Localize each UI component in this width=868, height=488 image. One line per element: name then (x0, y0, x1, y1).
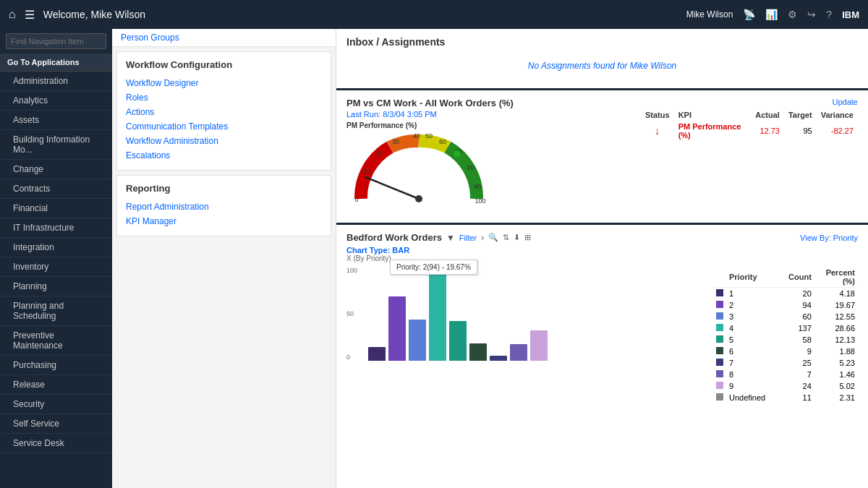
svg-point-12 (415, 195, 422, 202)
nav-link[interactable]: Roles (126, 90, 322, 105)
svg-text:100: 100 (475, 197, 485, 205)
svg-text:60: 60 (439, 138, 446, 145)
priority-percent: 19.67 (814, 299, 858, 311)
bar-item[interactable] (490, 356, 507, 361)
sidebar: Go To Applications AdministrationAnalyti… (0, 29, 112, 488)
priority-number: 1 (726, 288, 778, 300)
y-label-0: 0 (346, 354, 357, 361)
col-variance: Variance (817, 109, 858, 121)
view-by: View By: Priority (800, 234, 858, 242)
priority-color (713, 311, 726, 322)
sidebar-item[interactable]: Assets (0, 111, 112, 130)
sidebar-item[interactable]: Planning and Scheduling (0, 296, 112, 326)
nav-link[interactable]: Workflow Administration (126, 134, 322, 148)
priority-count: 9 (778, 346, 814, 357)
bar-item[interactable] (449, 321, 467, 361)
priority-count: 25 (778, 357, 814, 369)
notification-icon[interactable]: 📡 (743, 9, 755, 20)
sidebar-item[interactable]: Inventory (0, 257, 112, 277)
logout-icon[interactable]: ↪ (807, 9, 816, 20)
settings-icon[interactable]: ⚙ (788, 9, 797, 20)
nav-top-link[interactable]: Person Groups (112, 29, 336, 47)
bar-fill (368, 347, 386, 361)
inbox-user-link[interactable]: Mike Wilson (630, 61, 677, 71)
bar-item[interactable] (530, 330, 548, 361)
priority-number: 7 (726, 357, 778, 369)
update-link[interactable]: Update (641, 98, 858, 106)
svg-text:10: 10 (363, 168, 370, 175)
bar-item[interactable] (368, 347, 386, 361)
chart-area: 100 50 0 Priority: 2(94) - 19.67% (346, 267, 706, 472)
priority-row: 1204.18 (713, 288, 858, 300)
grid-icon[interactable]: ⊞ (524, 233, 531, 242)
col-target: Target (784, 109, 817, 121)
sidebar-item[interactable]: Building Information Mo... (0, 130, 112, 160)
bedford-content: 100 50 0 Priority: 2(94) - 19.67% (346, 267, 858, 472)
bar-item[interactable] (388, 296, 406, 361)
home-icon[interactable]: ⌂ (9, 8, 16, 21)
bar-item[interactable] (510, 344, 527, 361)
bar-fill (388, 296, 406, 361)
priority-row: 691.88 (713, 346, 858, 357)
chart-type-value[interactable]: BAR (392, 246, 409, 254)
bar-fill (490, 356, 507, 361)
content-area: Inbox / Assignments No Assignments found… (336, 29, 868, 488)
nav-panel: Person Groups Workflow ConfigurationWork… (112, 29, 336, 488)
topbar-user: Mike Wilson (686, 9, 733, 20)
bar-item[interactable] (469, 343, 487, 361)
sidebar-item[interactable]: Financial (0, 199, 112, 218)
sort-icon[interactable]: ⇅ (503, 233, 509, 242)
nav-link[interactable]: Communication Templates (126, 119, 322, 134)
svg-text:20: 20 (375, 150, 383, 157)
priority-color (713, 380, 726, 392)
view-by-value[interactable]: Priority (833, 234, 858, 242)
menu-icon[interactable]: ☰ (25, 8, 35, 22)
priority-row: 29419.67 (713, 299, 858, 311)
priority-count: 7 (778, 369, 814, 380)
help-icon[interactable]: ? (826, 9, 832, 20)
sidebar-item[interactable]: Release (0, 375, 112, 395)
col-actual: Actual (751, 109, 784, 121)
filter-icon: ▼ (446, 233, 455, 243)
nav-link[interactable]: Escalations (126, 148, 322, 163)
y-label-100: 100 (346, 267, 357, 274)
priority-color (713, 392, 726, 403)
sidebar-item[interactable]: Preventive Maintenance (0, 326, 112, 356)
search-icon[interactable]: 🔍 (488, 233, 498, 242)
priority-count: 20 (778, 288, 814, 300)
svg-text:0: 0 (354, 196, 358, 203)
sidebar-item[interactable]: Change (0, 160, 112, 179)
priority-color (713, 346, 726, 357)
sidebar-item[interactable]: Purchasing (0, 356, 112, 375)
sidebar-item[interactable]: Integration (0, 238, 112, 257)
sidebar-item[interactable]: IT Infrastructure (0, 218, 112, 238)
priority-percent: 1.88 (814, 346, 858, 357)
sidebar-item[interactable]: Service Desk (0, 434, 112, 453)
nav-link[interactable]: Actions (126, 105, 322, 119)
bar-item[interactable] (409, 320, 426, 361)
chart-icon[interactable]: 📊 (765, 9, 778, 20)
bar-item[interactable] (429, 267, 446, 361)
sidebar-item[interactable]: Contracts (0, 179, 112, 199)
svg-text:50: 50 (425, 134, 433, 140)
svg-text:30: 30 (392, 138, 399, 145)
sidebar-item[interactable]: Security (0, 395, 112, 414)
priority-number: Undefined (726, 392, 778, 403)
priority-percent: 12.13 (814, 334, 858, 346)
search-input[interactable] (6, 33, 106, 49)
nav-link[interactable]: KPI Manager (126, 214, 322, 228)
col-kpi: KPI (674, 109, 752, 121)
svg-line-11 (365, 177, 419, 199)
priority-color (713, 357, 726, 369)
sidebar-item[interactable]: Planning (0, 277, 112, 296)
goto-applications[interactable]: Go To Applications (0, 53, 112, 72)
sidebar-item[interactable]: Self Service (0, 414, 112, 434)
sidebar-item[interactable]: Administration (0, 72, 112, 91)
nav-link[interactable]: Report Administration (126, 200, 322, 214)
filter-button[interactable]: Filter (459, 234, 477, 242)
nav-section-title: Reporting (126, 183, 322, 194)
arrow-down-icon: ↓ (655, 125, 660, 137)
sidebar-item[interactable]: Analytics (0, 91, 112, 111)
download-icon[interactable]: ⬇ (514, 233, 520, 242)
nav-link[interactable]: Workflow Designer (126, 76, 322, 90)
